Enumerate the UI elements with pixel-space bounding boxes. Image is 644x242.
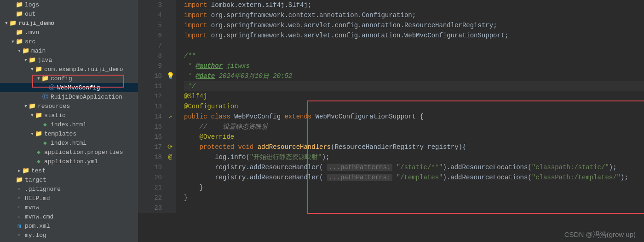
code-line[interactable]: protected void addResourceHandlers(Resou… xyxy=(184,142,644,152)
expand-caret[interactable]: ▾ xyxy=(10,38,16,45)
gutter-annotations[interactable]: 💡↗⟳ @ xyxy=(165,0,176,213)
tree-item-mvnw[interactable]: ▫mvnw xyxy=(0,203,138,212)
override-gutter-icon[interactable]: ⟳ @ xyxy=(165,142,176,152)
token-ident: org.springframework.web.servlet.config.a… xyxy=(211,22,493,29)
folder-icon: 📁 xyxy=(35,130,42,137)
tree-item-target[interactable]: 📁target xyxy=(0,175,138,184)
expand-caret[interactable]: ▾ xyxy=(4,19,9,27)
line-number[interactable]: 18 xyxy=(138,152,162,162)
intention-bulb-icon[interactable]: 💡 xyxy=(167,72,174,80)
line-number[interactable]: 8 xyxy=(138,51,162,61)
tree-item-test[interactable]: ▸📁test xyxy=(0,166,138,175)
tree-item-index-html[interactable]: ◆index.html xyxy=(0,120,138,129)
override-gutter-icon[interactable]: ↗ xyxy=(165,112,176,122)
expand-caret[interactable]: ▾ xyxy=(17,47,22,54)
tree-item-mvnw-cmd[interactable]: ▫mvnw.cmd xyxy=(0,212,138,221)
expand-caret[interactable]: ▾ xyxy=(23,102,29,110)
line-number[interactable]: 14 xyxy=(138,112,162,122)
tree-item-src[interactable]: ▾📁src xyxy=(0,37,138,46)
line-number[interactable]: 5 xyxy=(138,20,162,30)
code-line[interactable]: @Configuration xyxy=(184,101,644,112)
line-number[interactable]: 19 xyxy=(138,162,162,172)
code-line[interactable]: import org.springframework.context.annot… xyxy=(184,10,644,20)
code-line[interactable]: import org.springframework.web.servlet.c… xyxy=(184,20,644,30)
line-number[interactable]: 16 xyxy=(138,132,162,142)
code-line[interactable]: } xyxy=(184,193,644,203)
line-number[interactable]: 3 xyxy=(138,0,162,10)
tree-item-help-md[interactable]: ▫HELP.md xyxy=(0,194,138,203)
line-number-gutter[interactable]: 34567891011121314151617181920212223 xyxy=(138,0,165,213)
line-number[interactable]: 13 xyxy=(138,101,162,112)
file-icon: Ⓒ xyxy=(48,83,55,92)
code-line[interactable]: import lombok.extern.slf4j.Slf4j; xyxy=(184,0,644,10)
line-number[interactable]: 17 xyxy=(138,142,162,152)
tree-item-my-log[interactable]: ▫my.log xyxy=(0,230,138,240)
line-number[interactable]: 22 xyxy=(138,193,162,203)
code-line[interactable]: log.info("开始进行静态资源映射"); xyxy=(184,152,644,162)
tree-item-out[interactable]: 📁out xyxy=(0,9,138,18)
line-number[interactable]: 4 xyxy=(138,10,162,20)
code-line[interactable]: * @author jitwxs xyxy=(184,61,644,71)
line-number[interactable]: 7 xyxy=(138,41,162,51)
tree-item-webmvcconfig[interactable]: ⒸWebMvcConfig xyxy=(0,83,138,92)
tree-item-templates[interactable]: ▾📁templates xyxy=(0,129,138,138)
file-icon: ◆ xyxy=(35,148,42,156)
tree-item--gitignore[interactable]: ▫.gitignore xyxy=(0,184,138,194)
code-area[interactable]: import lombok.extern.slf4j.Slf4j;import … xyxy=(176,0,644,213)
line-number[interactable]: 21 xyxy=(138,183,162,193)
code-line[interactable]: @Slf4j xyxy=(184,91,644,101)
tree-item-application-properties[interactable]: ◆application.properties xyxy=(0,148,138,157)
tree-item-ruijidemoapplication[interactable]: ⒸRuijiDemoApplication xyxy=(0,92,138,101)
tree-item-label: .mvn xyxy=(25,29,39,36)
line-number[interactable]: 10 xyxy=(138,71,162,81)
tree-item-main[interactable]: ▾📁main xyxy=(0,46,138,55)
tree-item-ruiji-demo[interactable]: ▾📁ruiji_demo xyxy=(0,18,138,28)
expand-caret[interactable]: ▾ xyxy=(36,75,41,82)
code-line[interactable]: @Override xyxy=(184,132,644,142)
line-number[interactable]: 23 xyxy=(138,203,162,213)
line-number[interactable]: 20 xyxy=(138,172,162,183)
line-number[interactable]: 12 xyxy=(138,91,162,101)
tree-item-application-yml[interactable]: ◆application.yml xyxy=(0,157,138,166)
expand-caret[interactable]: ▾ xyxy=(29,112,35,119)
token-ident: ).addResourceLocations( xyxy=(443,164,532,171)
tree-item-static[interactable]: ▾📁static xyxy=(0,111,138,120)
expand-caret[interactable]: ▾ xyxy=(23,56,29,64)
code-line[interactable]: import org.springframework.web.servlet.c… xyxy=(184,30,644,41)
token-ann: @Slf4j xyxy=(184,93,207,100)
code-line[interactable]: /** xyxy=(184,51,644,61)
tree-item-spring-log[interactable]: ▫spring.log xyxy=(0,240,138,242)
code-line[interactable]: registry.addResourceHandler( ...pathPatt… xyxy=(184,162,644,172)
tree-item-pom-xml[interactable]: mpom.xml xyxy=(0,221,138,230)
tree-item-label: mvnw xyxy=(25,204,39,211)
code-line[interactable]: registry.addResourceHandler( ...pathPatt… xyxy=(184,172,644,183)
expand-caret[interactable]: ▾ xyxy=(29,65,35,73)
line-number[interactable]: 11 xyxy=(138,81,162,91)
token-ident: ; xyxy=(505,32,508,39)
expand-caret[interactable]: ▾ xyxy=(29,130,35,137)
code-line[interactable]: public class WebMvcConfig extends WebMvc… xyxy=(184,112,644,122)
token-doc: 2024年03月10日 20:52 xyxy=(215,72,292,80)
code-line[interactable]: // 设置静态资映射 xyxy=(184,122,644,132)
tree-item-logs[interactable]: 📁logs xyxy=(0,0,138,9)
line-number[interactable]: 9 xyxy=(138,61,162,71)
code-line[interactable]: */ xyxy=(184,81,644,91)
tree-item-label: com.example.ruiji_demo xyxy=(44,66,123,73)
code-line[interactable] xyxy=(184,41,644,51)
tree-item-label: target xyxy=(25,177,46,183)
tree-item--mvn[interactable]: 📁.mvn xyxy=(0,28,138,37)
project-tree[interactable]: 📁logs📁out▾📁ruiji_demo📁.mvn▾📁src▾📁main▾📁j… xyxy=(0,0,138,242)
code-line[interactable]: * @date 2024年03月10日 20:52 xyxy=(184,71,644,81)
tree-item-com-example-ruiji-demo[interactable]: ▾📁com.example.ruiji_demo xyxy=(0,65,138,74)
watermark: CSDN @冯浩(grow up) xyxy=(564,230,636,239)
code-editor[interactable]: 34567891011121314151617181920212223 💡↗⟳ … xyxy=(138,0,644,242)
code-line[interactable] xyxy=(184,203,644,213)
tree-item-index-html[interactable]: ◆index.html xyxy=(0,138,138,148)
expand-caret[interactable]: ▸ xyxy=(17,167,22,174)
tree-item-java[interactable]: ▾📁java xyxy=(0,55,138,65)
tree-item-config[interactable]: ▾📁config xyxy=(0,74,138,83)
line-number[interactable]: 6 xyxy=(138,30,162,41)
code-line[interactable]: } xyxy=(184,183,644,193)
line-number[interactable]: 15 xyxy=(138,122,162,132)
tree-item-resources[interactable]: ▾📁resources xyxy=(0,101,138,111)
